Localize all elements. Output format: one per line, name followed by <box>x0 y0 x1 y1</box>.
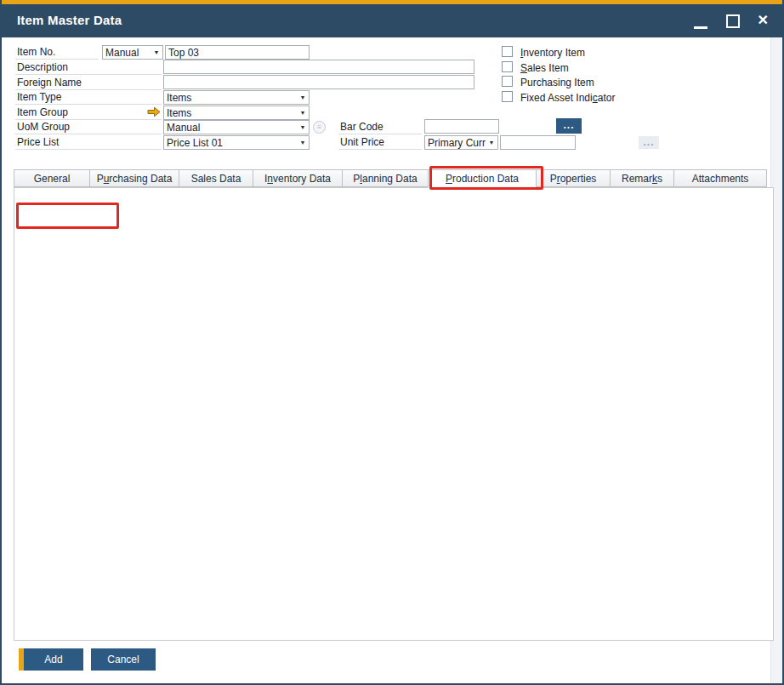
production-data-panel <box>14 187 774 641</box>
close-icon[interactable]: ✕ <box>758 11 769 30</box>
unit-price-browse-button: ... <box>639 136 659 149</box>
unit-price-currency-value: Primary Currenc <box>425 136 486 149</box>
item-type-label: Item Type <box>15 89 162 105</box>
sales-item-label: Sales Item <box>520 62 569 74</box>
item-no-label: Item No. <box>15 44 99 60</box>
item-no-type-dropdown[interactable]: Manual ▼ <box>102 45 163 60</box>
foreign-name-label: Foreign Name <box>15 75 162 90</box>
chevron-down-icon: ▼ <box>297 136 309 149</box>
chevron-down-icon: ▼ <box>151 46 162 59</box>
item-group-value: Items <box>164 106 297 119</box>
inventory-item-label: Inventory Item <box>520 47 585 59</box>
tab-planning-data[interactable]: Planning Data <box>342 169 429 187</box>
tab-inventory-data[interactable]: Inventory Data <box>253 169 343 187</box>
chevron-down-icon: ▼ <box>297 121 309 134</box>
fixed-asset-indicator-label: Fixed Asset Indicator <box>520 92 615 104</box>
window-title: Item Master Data <box>17 13 122 27</box>
item-no-input[interactable] <box>165 45 310 60</box>
cancel-button[interactable]: Cancel <box>91 648 156 671</box>
purchasing-item-label: Purchasing Item <box>520 77 594 88</box>
bar-code-browse-button[interactable]: ... <box>556 118 582 134</box>
chevron-down-icon: ▼ <box>297 106 309 119</box>
minimize-icon[interactable] <box>694 26 707 29</box>
tab-strip: General Purchasing Data Sales Data Inven… <box>14 169 774 187</box>
item-type-dropdown[interactable]: Items ▼ <box>163 90 310 105</box>
tab-purchasing-data[interactable]: Purchasing Data <box>89 169 179 187</box>
tab-sales-data[interactable]: Sales Data <box>179 169 253 187</box>
description-input[interactable] <box>163 60 474 74</box>
unit-price-currency-dropdown[interactable]: Primary Currenc ▼ <box>424 135 498 150</box>
item-group-dropdown[interactable]: Items ▼ <box>163 106 310 120</box>
price-list-label: Price List <box>15 134 162 150</box>
price-list-value: Price List 01 <box>164 136 297 149</box>
link-arrow-icon[interactable] <box>147 106 161 120</box>
chevron-down-icon: ▼ <box>486 136 497 149</box>
unit-price-label: Unit Price <box>338 134 422 150</box>
bar-code-input[interactable] <box>424 119 499 134</box>
uom-group-dropdown[interactable]: Manual ▼ <box>163 120 310 134</box>
inventory-item-checkbox[interactable] <box>502 46 513 57</box>
sales-item-checkbox[interactable] <box>502 61 513 72</box>
tab-remarks[interactable]: Remarks <box>610 169 674 187</box>
description-label: Description <box>15 60 162 75</box>
tab-attachments[interactable]: Attachments <box>673 169 767 187</box>
item-type-value: Items <box>164 91 297 104</box>
purchasing-item-checkbox[interactable] <box>502 76 513 87</box>
tab-general[interactable]: General <box>14 169 90 187</box>
uom-list-icon[interactable]: ≡ <box>313 121 326 134</box>
uom-group-value: Manual <box>164 121 297 134</box>
add-button[interactable]: Add <box>19 648 83 671</box>
fixed-asset-indicator-checkbox[interactable] <box>502 91 513 102</box>
tab-production-data[interactable]: Production Data <box>428 169 537 188</box>
item-master-data-window: Item Master Data ✕ Item No. Manual ▼ Des… <box>0 0 784 685</box>
bar-code-label: Bar Code <box>338 119 422 134</box>
foreign-name-input[interactable] <box>163 75 474 89</box>
chevron-down-icon: ▼ <box>297 91 309 104</box>
price-list-dropdown[interactable]: Price List 01 ▼ <box>163 135 310 150</box>
tab-properties[interactable]: Properties <box>536 169 611 187</box>
uom-group-label: UoM Group <box>15 119 162 134</box>
item-group-label: Item Group <box>15 105 162 120</box>
unit-price-input[interactable] <box>500 135 576 150</box>
item-no-type-value: Manual <box>103 46 151 59</box>
titlebar[interactable]: Item Master Data ✕ <box>2 4 782 37</box>
maximize-icon[interactable] <box>726 14 740 28</box>
